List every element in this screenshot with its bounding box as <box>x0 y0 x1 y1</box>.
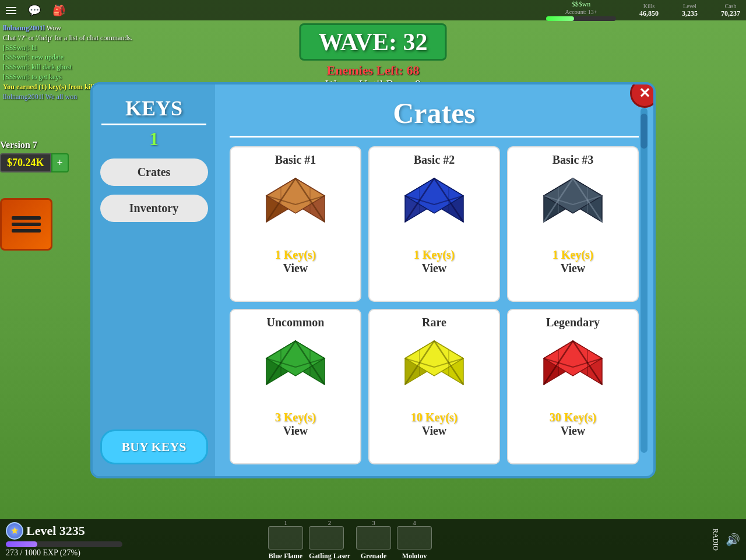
crate-uncommon-name: Uncommon <box>267 316 325 329</box>
crate-basic2-visual <box>390 170 478 245</box>
content-divider <box>230 136 639 138</box>
crate-legendary-visual <box>529 332 617 408</box>
keys-count: 1 <box>101 128 206 150</box>
keys-title: KEYS <box>101 96 206 121</box>
crate-basic3-visual <box>529 170 617 245</box>
close-button[interactable]: ✕ <box>630 82 656 108</box>
crate-rare-visual <box>390 332 478 408</box>
crate-basic3[interactable]: Basic #3 <box>507 146 639 302</box>
crate-basic2-name: Basic #2 <box>414 153 455 167</box>
crate-legendary-view: View <box>561 424 586 438</box>
crate-basic2-view: View <box>422 262 447 275</box>
modal-overlay: ✕ KEYS 1 Crates Inventory BUY KEYS Crate… <box>0 0 746 560</box>
crates-modal: ✕ KEYS 1 Crates Inventory BUY KEYS Crate… <box>90 82 656 478</box>
content-title: Crates <box>230 96 639 130</box>
scrollbar[interactable] <box>641 108 648 453</box>
crate-rare-name: Rare <box>422 316 446 329</box>
scrollbar-thumb[interactable] <box>641 114 648 149</box>
crate-basic1-visual <box>252 170 339 245</box>
crate-uncommon[interactable]: Uncommon <box>230 309 361 464</box>
crate-basic1[interactable]: Basic #1 <box>230 146 361 302</box>
keys-divider <box>101 124 206 125</box>
crate-basic3-keys: 1 Key(s) <box>553 248 594 262</box>
crate-rare-keys: 10 Key(s) <box>411 411 458 424</box>
crate-legendary[interactable]: Legendary <box>507 309 639 464</box>
crate-basic3-view: View <box>561 262 586 275</box>
keys-section: KEYS 1 <box>101 96 206 150</box>
modal-sidebar: KEYS 1 Crates Inventory BUY KEYS <box>93 84 215 476</box>
modal-main-content: Crates Basic #1 <box>215 84 653 476</box>
crate-rare[interactable]: Rare 10 <box>368 309 500 464</box>
crate-basic2[interactable]: Basic #2 <box>368 146 500 302</box>
crate-legendary-keys: 30 Key(s) <box>550 411 597 424</box>
crate-uncommon-view: View <box>283 424 308 438</box>
buy-keys-button[interactable]: BUY KEYS <box>100 429 208 464</box>
crate-uncommon-visual <box>252 332 339 408</box>
crate-legendary-name: Legendary <box>546 316 600 329</box>
crate-basic3-name: Basic #3 <box>553 153 594 167</box>
crate-basic1-name: Basic #1 <box>275 153 316 167</box>
inventory-nav-button[interactable]: Inventory <box>100 195 208 222</box>
crate-basic1-view: View <box>283 262 308 275</box>
crate-basic1-keys: 1 Key(s) <box>275 248 316 262</box>
crates-nav-button[interactable]: Crates <box>100 159 208 186</box>
crates-grid: Basic #1 <box>230 146 639 464</box>
crate-uncommon-keys: 3 Key(s) <box>275 411 316 424</box>
crate-basic2-keys: 1 Key(s) <box>414 248 455 262</box>
crate-rare-view: View <box>422 424 447 438</box>
